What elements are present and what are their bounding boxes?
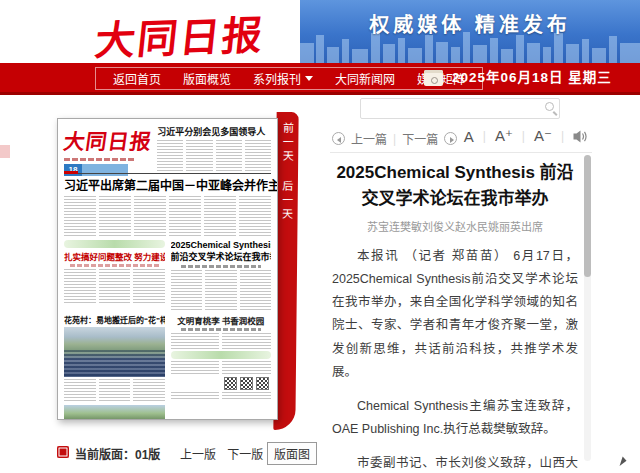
lower-left-article: 花苑村：易地搬迁后的“花”样生活 bbox=[64, 314, 165, 420]
page: 大同日报 权威媒体 精准发 bbox=[0, 0, 640, 473]
banner-slogan: 权威媒体 精准发布 bbox=[300, 9, 640, 38]
nav-item-layout-overview[interactable]: 版面概览 bbox=[172, 70, 242, 87]
text-columns bbox=[171, 392, 272, 400]
mid-left-article: 扎实搞好问题整改 努力建设美丽大同 bbox=[64, 240, 165, 310]
text-columns bbox=[171, 270, 272, 310]
masthead-date-box: 18 bbox=[64, 164, 128, 176]
nav-item-series-label: 系列报刊 bbox=[253, 70, 301, 87]
masthead-date-day: 18 bbox=[64, 164, 82, 176]
green-banner bbox=[171, 351, 272, 359]
next-day-button[interactable]: 后一天 bbox=[279, 180, 295, 222]
red-subline bbox=[70, 264, 159, 267]
headline-lower-right: 文明育桃李 书香润校园 bbox=[171, 314, 272, 326]
text-columns bbox=[64, 269, 165, 303]
site-header: 大同日报 权威媒体 精准发 bbox=[0, 0, 640, 63]
search-icon[interactable] bbox=[545, 102, 554, 111]
article-subtitle: 苏宝连樊敏刘俊义赵水民姚丽英出席 bbox=[332, 218, 578, 234]
main-nav: 返回首页 版面概览 系列报刊 大同新闻网 媒体矩阵 2025年06月18日 星期… bbox=[0, 63, 640, 95]
prev-day-button[interactable]: 前一天 bbox=[279, 122, 295, 164]
search-box bbox=[360, 98, 560, 119]
article-body: 本报讯 （记者 郑苗苗） 6月17日，2025Chemical Synthesi… bbox=[332, 245, 578, 473]
next-page-button[interactable]: 下一版 bbox=[227, 448, 263, 462]
prev-page-button[interactable]: 上一版 bbox=[180, 448, 216, 462]
article-paragraph: 市委副书记、市长刘俊义致辞，山西大同大学党委书记赵水民出席，党委副书记、校长姚丽… bbox=[332, 452, 578, 473]
qr-code-icon bbox=[224, 377, 237, 390]
green-banner bbox=[64, 240, 165, 248]
page-icon bbox=[57, 446, 69, 458]
toolbar-divider bbox=[330, 152, 592, 153]
article-toolbar: 上一篇 | 下一篇 A | A⁺ | A⁻ | bbox=[332, 130, 588, 150]
text-columns bbox=[157, 140, 271, 172]
mouse-cursor bbox=[620, 456, 628, 467]
next-article-button[interactable]: 下一篇 bbox=[402, 130, 438, 147]
current-page-caption: 当前版面： bbox=[75, 448, 135, 462]
site-logo[interactable]: 大同日报 bbox=[93, 3, 268, 67]
headline-mid-left: 扎实搞好问题整改 努力建设美丽大同 bbox=[64, 250, 165, 262]
speaker-icon[interactable] bbox=[573, 130, 588, 143]
masthead-info-line bbox=[64, 158, 134, 161]
nav-item-home[interactable]: 返回首页 bbox=[102, 70, 172, 87]
headline-lower-left: 花苑村：易地搬迁后的“花”样生活 bbox=[64, 314, 165, 325]
mid-right-article: 2025Chemical Synthesis 前沿交叉学术论坛在我市举办 bbox=[171, 240, 272, 310]
text-columns bbox=[171, 361, 272, 375]
next-article-icon[interactable] bbox=[444, 132, 457, 145]
text-columns bbox=[64, 379, 165, 403]
article-paragraph: 本报讯 （记者 郑苗苗） 6月17日，2025Chemical Synthesi… bbox=[332, 245, 578, 384]
text-columns bbox=[171, 333, 272, 351]
font-smaller-button[interactable]: A⁻ bbox=[534, 127, 552, 145]
headline-mid-right-1: 2025Chemical Synthesis bbox=[171, 240, 272, 250]
subline-placeholder bbox=[181, 328, 262, 331]
page-pager: 当前版面：01版 上一版 下一版 版面图 bbox=[57, 443, 317, 465]
edge-marker bbox=[0, 145, 10, 158]
text-columns bbox=[64, 196, 271, 236]
qr-code-row bbox=[173, 377, 270, 390]
qr-code-icon bbox=[256, 377, 269, 390]
toolbar-separator: | bbox=[561, 129, 564, 143]
chevron-down-icon bbox=[305, 76, 313, 81]
qr-code-icon bbox=[240, 377, 253, 390]
headline-mid-right-2: 前沿交叉学术论坛在我市举办 bbox=[171, 250, 272, 263]
article-title: 2025Chemical Synthesis 前沿交叉学术论坛在我市举办 bbox=[332, 160, 578, 211]
layout-map-button[interactable]: 版面图 bbox=[267, 442, 317, 465]
scrollbar-thumb[interactable] bbox=[584, 155, 591, 277]
article-panel: 2025Chemical Synthesis 前沿交叉学术论坛在我市举办 苏宝连… bbox=[332, 160, 578, 473]
current-page-value: 01版 bbox=[135, 448, 160, 462]
newspaper-page-image[interactable]: 大同日报 18 习近平分别会见多国领导人 习近平出席第二届中国－中亚峰会并作主旨… bbox=[57, 118, 278, 420]
field-photo bbox=[64, 405, 165, 420]
prev-article-icon[interactable] bbox=[332, 132, 345, 145]
toolbar-separator: | bbox=[522, 129, 525, 143]
newspaper-logo: 大同日报 bbox=[62, 125, 159, 155]
font-larger-button[interactable]: A⁺ bbox=[495, 127, 513, 145]
toolbar-separator: | bbox=[393, 132, 396, 146]
font-normal-button[interactable]: A bbox=[464, 128, 474, 145]
nav-item-news-site[interactable]: 大同新闻网 bbox=[324, 70, 406, 87]
byline-placeholder bbox=[181, 265, 262, 268]
calendar-icon bbox=[424, 70, 443, 86]
aerial-photo bbox=[64, 327, 165, 377]
headline-top-right: 习近平分别会见多国领导人 bbox=[157, 125, 271, 138]
page-nav: 上一版 下一版 bbox=[180, 445, 263, 462]
masthead-rule bbox=[64, 173, 271, 174]
nav-item-series[interactable]: 系列报刊 bbox=[242, 70, 324, 87]
newspaper-masthead: 大同日报 18 习近平分别会见多国领导人 bbox=[64, 125, 271, 171]
search-input[interactable] bbox=[360, 98, 560, 119]
toolbar-separator: | bbox=[483, 129, 486, 143]
current-page-label: 当前版面：01版 bbox=[75, 445, 160, 462]
headline-main: 习近平出席第二届中国－中亚峰会并作主旨发言 bbox=[64, 176, 271, 193]
article-paragraph: Chemical Synthesis主编苏宝连致辞，OAE Publishing… bbox=[332, 395, 578, 441]
promo-banner: 权威媒体 精准发布 bbox=[300, 0, 640, 63]
lower-right-article: 文明育桃李 书香润校园 bbox=[171, 314, 272, 420]
prev-article-button[interactable]: 上一篇 bbox=[351, 130, 387, 147]
current-date: 2025年06月18日 星期三 bbox=[452, 63, 612, 92]
